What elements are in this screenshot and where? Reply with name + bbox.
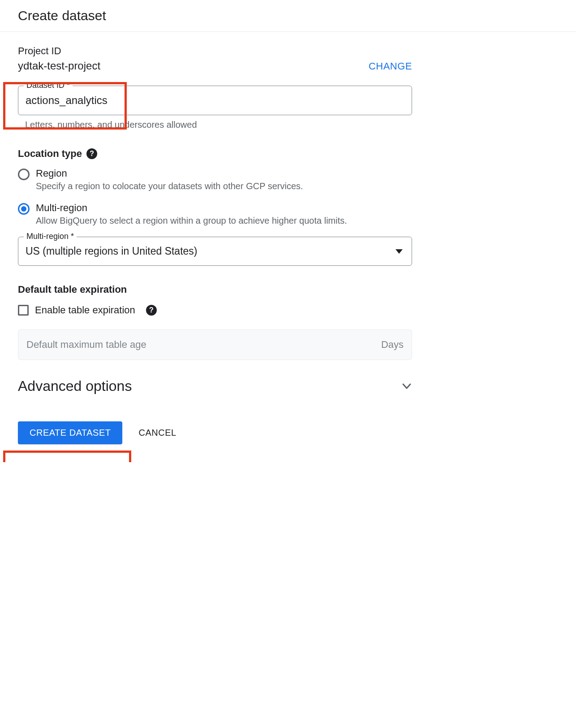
- enable-expiration-checkbox[interactable]: [18, 305, 29, 316]
- multi-region-label: Multi-region *: [24, 232, 77, 241]
- radio-multi-region-desc: Allow BigQuery to select a region within…: [36, 216, 347, 226]
- project-id-row: Project ID ydtak-test-project CHANGE: [18, 45, 412, 72]
- radio-multi-region-title: Multi-region: [36, 202, 347, 214]
- project-id-label: Project ID: [18, 45, 100, 57]
- dataset-id-field[interactable]: Dataset ID *: [18, 86, 412, 115]
- max-table-age-unit: Days: [381, 339, 404, 351]
- chevron-down-icon: [401, 381, 412, 392]
- max-table-age-input: Default maximum table age Days: [18, 329, 412, 360]
- page-title: Create dataset: [18, 8, 558, 23]
- help-icon[interactable]: ?: [86, 148, 97, 159]
- dataset-id-input[interactable]: [26, 94, 404, 107]
- radio-region-title: Region: [36, 168, 303, 179]
- dataset-id-helper: Letters, numbers, and underscores allowe…: [18, 120, 412, 130]
- enable-expiration-label: Enable table expiration: [35, 304, 135, 316]
- help-icon[interactable]: ?: [146, 305, 157, 316]
- change-project-button[interactable]: CHANGE: [369, 61, 412, 72]
- advanced-options-toggle[interactable]: Advanced options: [18, 378, 412, 394]
- max-table-age-placeholder: Default maximum table age: [26, 339, 146, 351]
- radio-multi-region[interactable]: Multi-region Allow BigQuery to select a …: [18, 202, 412, 226]
- page-header: Create dataset: [0, 0, 576, 32]
- dropdown-caret-icon: [395, 247, 403, 256]
- project-id-value: ydtak-test-project: [18, 60, 100, 72]
- create-dataset-button[interactable]: CREATE DATASET: [18, 421, 122, 444]
- radio-button-region[interactable]: [18, 169, 30, 180]
- radio-region-desc: Specify a region to colocate your datase…: [36, 181, 303, 191]
- dataset-id-label: Dataset ID *: [24, 81, 73, 90]
- expiration-heading: Default table expiration: [18, 284, 412, 295]
- location-type-label: Location type ?: [18, 148, 412, 160]
- radio-button-multi-region[interactable]: [18, 203, 30, 215]
- radio-region[interactable]: Region Specify a region to colocate your…: [18, 168, 412, 191]
- multi-region-select[interactable]: Multi-region * US (multiple regions in U…: [18, 237, 412, 266]
- cancel-button[interactable]: CANCEL: [138, 428, 176, 438]
- advanced-options-label: Advanced options: [18, 378, 132, 394]
- multi-region-value: US (multiple regions in United States): [26, 245, 404, 257]
